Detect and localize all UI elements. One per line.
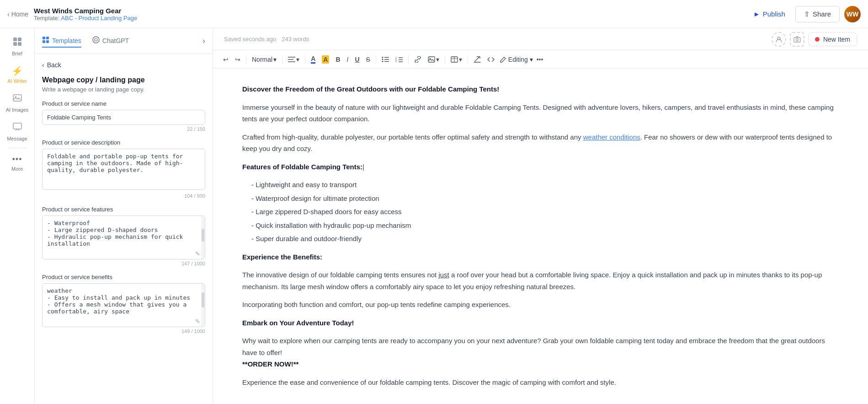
editing-badge[interactable]: Editing ▾ bbox=[500, 56, 533, 63]
product-benefits-counter: 149 / 1000 bbox=[42, 329, 205, 334]
svg-point-18 bbox=[382, 57, 383, 58]
cta-para: Why wait to explore when our camping ten… bbox=[242, 335, 839, 370]
code-button[interactable] bbox=[485, 54, 497, 65]
new-item-label: New Item bbox=[823, 36, 850, 43]
undo-button[interactable]: ↩ bbox=[220, 54, 231, 65]
sidebar-item-ai-writer[interactable]: ⚡ AI Writer bbox=[0, 61, 34, 88]
sidebar-divider bbox=[8, 148, 27, 148]
home-link[interactable]: ‹ Home bbox=[7, 11, 28, 18]
tab-templates-label: Templates bbox=[52, 37, 81, 44]
tab-chatgpt-label: ChatGPT bbox=[102, 37, 129, 44]
highlight-button[interactable]: A bbox=[319, 54, 332, 65]
message-icon bbox=[12, 122, 22, 134]
editor-area: Saved seconds ago 243 words New Item ↩ bbox=[213, 28, 868, 404]
font-color-button[interactable]: A bbox=[308, 53, 318, 65]
sidebar-item-more[interactable]: ••• More bbox=[0, 150, 34, 176]
editor-right: New Item bbox=[772, 32, 857, 47]
more-options-icon: ••• bbox=[537, 56, 543, 63]
numbered-list-button[interactable]: 1.2.3. bbox=[393, 54, 405, 65]
svg-rect-2 bbox=[13, 42, 17, 46]
format-select[interactable]: Normal ▾ bbox=[249, 54, 279, 65]
chevron-left-icon: ‹ bbox=[7, 11, 10, 18]
editor-content[interactable]: Discover the Freedom of the Great Outdoo… bbox=[213, 69, 868, 404]
benefits-scrollbar-thumb bbox=[202, 292, 204, 307]
image-insert-button[interactable]: ▾ bbox=[425, 54, 442, 65]
table-chevron-icon: ▾ bbox=[459, 56, 462, 63]
italic-button[interactable]: I bbox=[344, 54, 351, 65]
tab-chatgpt[interactable]: ChatGPT bbox=[92, 34, 129, 48]
topbar: ‹ Home West Winds Camping Gear Template:… bbox=[0, 0, 868, 28]
bullet-list-button[interactable] bbox=[379, 54, 392, 65]
list-item: Large zippered D-shaped doors for easy a… bbox=[251, 206, 839, 218]
product-description-input[interactable]: Foldable and portable pop-up tents for c… bbox=[42, 149, 205, 190]
site-info: West Winds Camping Gear Template: ABC - … bbox=[34, 7, 137, 22]
editing-chevron-icon: ▾ bbox=[530, 56, 533, 63]
underline-button[interactable]: U bbox=[352, 54, 362, 65]
template-link[interactable]: ABC - Product Landing Page bbox=[61, 15, 137, 22]
product-description-field: Product or service description Foldable … bbox=[42, 139, 205, 199]
format-chevron-icon: ▾ bbox=[273, 56, 277, 63]
redo-button[interactable]: ↪ bbox=[232, 54, 243, 65]
toolbar-divider-4 bbox=[376, 55, 376, 64]
font-color-icon: A bbox=[311, 55, 315, 64]
product-description-counter: 104 / 500 bbox=[42, 193, 205, 199]
list-item: Waterproof design for ultimate protectio… bbox=[251, 193, 839, 205]
product-features-counter: 147 / 1000 bbox=[42, 261, 205, 266]
user-avatar[interactable]: WW bbox=[844, 6, 861, 22]
save-status: Saved seconds ago bbox=[224, 36, 276, 43]
camera-button[interactable] bbox=[790, 32, 804, 47]
product-benefits-label: Product or service benefits bbox=[42, 274, 205, 280]
publish-button[interactable]: ► Publish bbox=[748, 6, 791, 22]
share-button[interactable]: ⇧ Share bbox=[795, 6, 840, 22]
closing-para: Experience the ease and convenience of o… bbox=[242, 377, 839, 388]
benefits-title: Experience the Benefits: bbox=[242, 251, 839, 263]
product-name-input[interactable] bbox=[42, 110, 205, 125]
italic-icon: I bbox=[347, 56, 349, 63]
new-item-button[interactable]: New Item bbox=[808, 32, 857, 46]
bold-button[interactable]: B bbox=[333, 54, 343, 65]
topbar-right: ► Publish ⇧ Share WW bbox=[748, 6, 861, 22]
section-subtitle: Write a webpage or landing page copy. bbox=[42, 86, 205, 93]
align-button[interactable]: ▾ bbox=[285, 54, 302, 65]
features-scrollbar[interactable] bbox=[201, 216, 205, 259]
product-benefits-input[interactable]: weather - Easy to install and pack up in… bbox=[43, 284, 205, 325]
panel-tabs: Templates ChatGPT › bbox=[35, 28, 213, 54]
more-options-button[interactable]: ••• bbox=[534, 54, 546, 65]
product-features-input[interactable]: - Waterproof - Large zippered D-shaped d… bbox=[43, 216, 205, 257]
underline-icon: U bbox=[355, 56, 359, 63]
toolbar-divider-5 bbox=[408, 55, 409, 64]
benefits-scrollbar[interactable] bbox=[201, 284, 205, 327]
side-panel: Templates ChatGPT › ‹ Back Webpage copy … bbox=[35, 28, 213, 404]
svg-point-11 bbox=[93, 37, 99, 43]
svg-rect-0 bbox=[13, 38, 17, 41]
sidebar-item-brief[interactable]: Brief bbox=[0, 32, 34, 61]
align-chevron-icon: ▾ bbox=[296, 56, 299, 63]
sidebar-item-message[interactable]: Message bbox=[0, 117, 34, 146]
list-item: Quick installation with hydraulic pop-up… bbox=[251, 220, 839, 232]
edit-icon: ✎ bbox=[195, 250, 200, 257]
features-textarea-wrapper: - Waterproof - Large zippered D-shaped d… bbox=[42, 215, 205, 259]
product-features-label: Product or service features bbox=[42, 206, 205, 213]
back-button[interactable]: ‹ Back bbox=[42, 61, 205, 69]
weather-link[interactable]: weather conditions bbox=[583, 133, 640, 141]
clear-format-button[interactable] bbox=[471, 54, 484, 65]
image-chevron-icon: ▾ bbox=[436, 56, 439, 63]
benefits-textarea-wrapper: weather - Easy to install and pack up in… bbox=[42, 283, 205, 327]
features-title: Features of Foldable Camping Tents:| bbox=[242, 161, 839, 173]
svg-rect-10 bbox=[46, 40, 49, 43]
sidebar-item-ai-images[interactable]: AI Images bbox=[0, 88, 34, 117]
svg-rect-7 bbox=[43, 37, 45, 39]
templates-icon bbox=[42, 36, 49, 45]
list-item: Super durable and outdoor-friendly bbox=[251, 233, 839, 245]
svg-rect-6 bbox=[13, 123, 21, 129]
link-button[interactable] bbox=[411, 54, 424, 65]
strikethrough-button[interactable]: S bbox=[363, 54, 373, 65]
panel-collapse-button[interactable]: › bbox=[202, 36, 205, 46]
new-item-dot bbox=[815, 37, 820, 42]
sidebar-item-more-label: More bbox=[11, 166, 23, 172]
svg-point-20 bbox=[382, 59, 383, 60]
collaborator-avatar bbox=[772, 32, 786, 47]
table-button[interactable]: ▾ bbox=[448, 54, 465, 65]
tab-templates[interactable]: Templates bbox=[42, 34, 81, 48]
editing-label: Editing bbox=[508, 56, 528, 63]
